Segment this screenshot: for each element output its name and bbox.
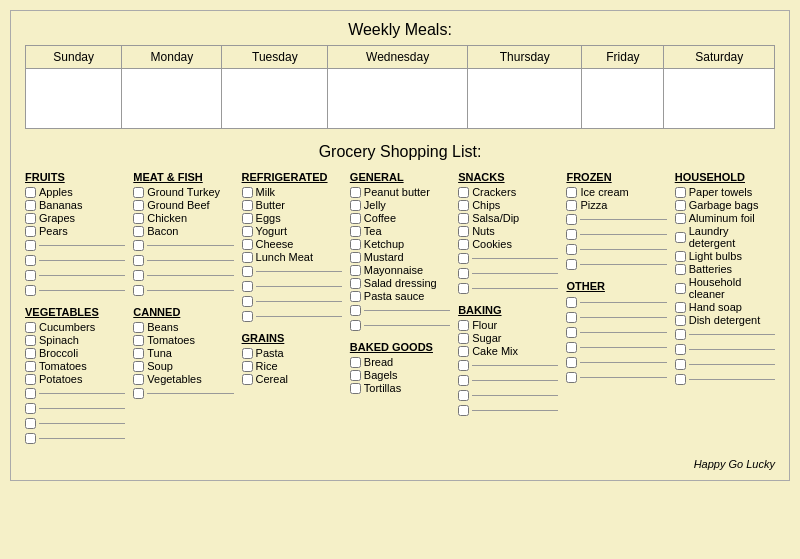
- item-checkbox[interactable]: [133, 200, 144, 211]
- item-checkbox[interactable]: [242, 239, 253, 250]
- blank-checkbox[interactable]: [25, 255, 36, 266]
- blank-checkbox[interactable]: [242, 281, 253, 292]
- item-checkbox[interactable]: [675, 213, 686, 224]
- item-checkbox[interactable]: [350, 239, 361, 250]
- blank-checkbox[interactable]: [133, 240, 144, 251]
- blank-checkbox[interactable]: [566, 342, 577, 353]
- item-checkbox[interactable]: [242, 348, 253, 359]
- blank-checkbox[interactable]: [458, 283, 469, 294]
- blank-checkbox[interactable]: [458, 268, 469, 279]
- item-checkbox[interactable]: [133, 322, 144, 333]
- item-checkbox[interactable]: [242, 252, 253, 263]
- item-checkbox[interactable]: [242, 213, 253, 224]
- blank-checkbox[interactable]: [458, 390, 469, 401]
- list-item: Laundry detergent: [675, 225, 775, 249]
- blank-checkbox[interactable]: [675, 344, 686, 355]
- item-checkbox[interactable]: [675, 302, 686, 313]
- item-checkbox[interactable]: [675, 264, 686, 275]
- blank-checkbox[interactable]: [242, 266, 253, 277]
- blank-checkbox[interactable]: [675, 359, 686, 370]
- item-checkbox[interactable]: [350, 370, 361, 381]
- item-checkbox[interactable]: [350, 278, 361, 289]
- blank-checkbox[interactable]: [242, 311, 253, 322]
- item-checkbox[interactable]: [458, 346, 469, 357]
- item-checkbox[interactable]: [242, 374, 253, 385]
- item-checkbox[interactable]: [458, 213, 469, 224]
- item-checkbox[interactable]: [25, 187, 36, 198]
- item-checkbox[interactable]: [25, 213, 36, 224]
- item-checkbox[interactable]: [25, 322, 36, 333]
- blank-checkbox[interactable]: [350, 305, 361, 316]
- blank-checkbox[interactable]: [458, 360, 469, 371]
- blank-checkbox[interactable]: [566, 372, 577, 383]
- item-checkbox[interactable]: [675, 283, 686, 294]
- blank-checkbox[interactable]: [133, 285, 144, 296]
- item-checkbox[interactable]: [458, 320, 469, 331]
- blank-checkbox[interactable]: [25, 285, 36, 296]
- item-checkbox[interactable]: [458, 200, 469, 211]
- blank-list-item: [675, 342, 775, 356]
- item-checkbox[interactable]: [458, 239, 469, 250]
- item-checkbox[interactable]: [350, 291, 361, 302]
- blank-checkbox[interactable]: [458, 405, 469, 416]
- item-checkbox[interactable]: [675, 315, 686, 326]
- blank-checkbox[interactable]: [25, 403, 36, 414]
- item-checkbox[interactable]: [350, 187, 361, 198]
- item-checkbox[interactable]: [675, 232, 686, 243]
- blank-checkbox[interactable]: [133, 255, 144, 266]
- blank-checkbox[interactable]: [566, 214, 577, 225]
- blank-checkbox[interactable]: [458, 253, 469, 264]
- blank-checkbox[interactable]: [675, 329, 686, 340]
- item-checkbox[interactable]: [133, 187, 144, 198]
- blank-checkbox[interactable]: [566, 357, 577, 368]
- item-checkbox[interactable]: [25, 226, 36, 237]
- blank-checkbox[interactable]: [566, 244, 577, 255]
- item-checkbox[interactable]: [133, 213, 144, 224]
- item-checkbox[interactable]: [350, 252, 361, 263]
- item-checkbox[interactable]: [350, 383, 361, 394]
- blank-checkbox[interactable]: [25, 270, 36, 281]
- item-checkbox[interactable]: [242, 200, 253, 211]
- item-checkbox[interactable]: [133, 348, 144, 359]
- item-checkbox[interactable]: [133, 335, 144, 346]
- item-checkbox[interactable]: [675, 251, 686, 262]
- blank-checkbox[interactable]: [566, 312, 577, 323]
- item-checkbox[interactable]: [350, 357, 361, 368]
- item-checkbox[interactable]: [242, 361, 253, 372]
- item-checkbox[interactable]: [458, 187, 469, 198]
- item-checkbox[interactable]: [566, 200, 577, 211]
- blank-checkbox[interactable]: [566, 327, 577, 338]
- blank-checkbox[interactable]: [242, 296, 253, 307]
- item-checkbox[interactable]: [25, 348, 36, 359]
- item-checkbox[interactable]: [133, 361, 144, 372]
- blank-checkbox[interactable]: [675, 374, 686, 385]
- item-checkbox[interactable]: [25, 200, 36, 211]
- item-checkbox[interactable]: [675, 187, 686, 198]
- item-checkbox[interactable]: [133, 374, 144, 385]
- item-checkbox[interactable]: [133, 226, 144, 237]
- item-checkbox[interactable]: [350, 213, 361, 224]
- item-checkbox[interactable]: [25, 361, 36, 372]
- blank-checkbox[interactable]: [458, 375, 469, 386]
- item-checkbox[interactable]: [458, 333, 469, 344]
- blank-checkbox[interactable]: [133, 270, 144, 281]
- blank-checkbox[interactable]: [566, 259, 577, 270]
- blank-checkbox[interactable]: [566, 229, 577, 240]
- item-checkbox[interactable]: [25, 374, 36, 385]
- item-checkbox[interactable]: [242, 187, 253, 198]
- blank-checkbox[interactable]: [25, 433, 36, 444]
- blank-checkbox[interactable]: [25, 388, 36, 399]
- item-checkbox[interactable]: [566, 187, 577, 198]
- item-checkbox[interactable]: [25, 335, 36, 346]
- item-checkbox[interactable]: [458, 226, 469, 237]
- item-checkbox[interactable]: [350, 226, 361, 237]
- item-checkbox[interactable]: [675, 200, 686, 211]
- item-checkbox[interactable]: [350, 200, 361, 211]
- blank-checkbox[interactable]: [350, 320, 361, 331]
- blank-checkbox[interactable]: [25, 418, 36, 429]
- blank-checkbox[interactable]: [566, 297, 577, 308]
- item-checkbox[interactable]: [350, 265, 361, 276]
- item-checkbox[interactable]: [242, 226, 253, 237]
- blank-checkbox[interactable]: [25, 240, 36, 251]
- blank-checkbox[interactable]: [133, 388, 144, 399]
